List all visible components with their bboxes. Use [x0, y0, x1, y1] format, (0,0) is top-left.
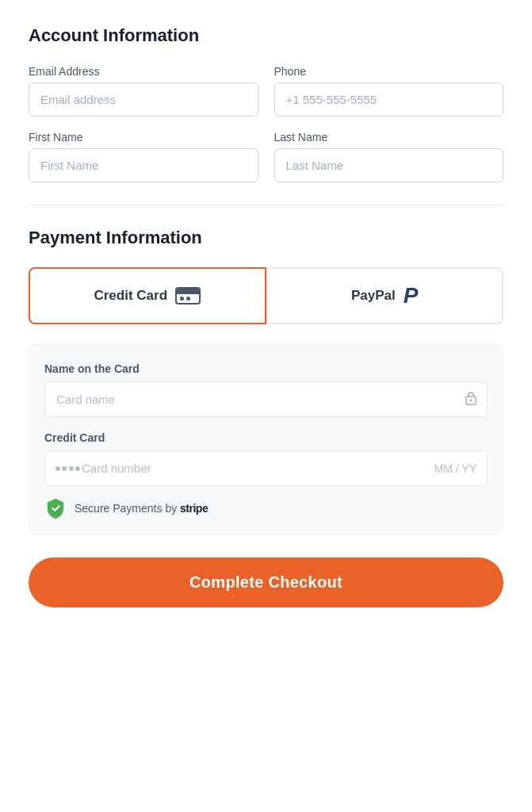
card-number-input-wrapper: MM / YY [44, 450, 488, 486]
phone-group: Phone [274, 65, 504, 117]
last-name-label: Last Name [274, 131, 504, 144]
secure-badge: Secure Payments by stripe [44, 497, 488, 519]
card-name-label: Name on the Card [44, 362, 488, 375]
account-section: Account Information Email Address Phone … [29, 25, 503, 182]
credit-card-tab-label: Credit Card [94, 288, 167, 304]
stripe-brand: stripe [180, 502, 208, 515]
payment-section: Payment Information Credit Card PayPal P [29, 228, 503, 535]
account-section-title: Account Information [29, 25, 503, 46]
card-name-group: Name on the Card [44, 362, 488, 417]
first-name-label: First Name [29, 131, 258, 144]
paypal-icon: P [404, 283, 419, 308]
payment-section-title: Payment Information [29, 228, 503, 248]
last-name-input[interactable] [274, 148, 504, 182]
secure-text: Secure Payments by stripe [75, 502, 208, 515]
section-divider [29, 205, 503, 205]
card-name-input-wrapper [44, 381, 488, 417]
card-form: Name on the Card Credit Card [29, 343, 503, 535]
cc-number-label: Credit Card [44, 431, 488, 444]
card-name-input[interactable] [44, 381, 488, 417]
phone-input[interactable] [274, 82, 504, 117]
card-number-input[interactable] [44, 450, 488, 486]
payment-tabs: Credit Card PayPal P [29, 267, 503, 324]
lock-icon [465, 391, 477, 408]
email-group: Email Address [29, 65, 258, 117]
credit-card-tab[interactable]: Credit Card [29, 267, 266, 324]
email-label: Email Address [29, 65, 258, 78]
card-placeholder-icon [55, 466, 80, 471]
credit-card-icon [175, 287, 201, 304]
last-name-group: Last Name [274, 131, 504, 182]
first-name-group: First Name [29, 131, 258, 182]
name-row: First Name Last Name [29, 131, 503, 182]
svg-point-1 [470, 399, 473, 401]
phone-label: Phone [274, 65, 504, 78]
shield-icon [44, 497, 67, 519]
mmyy-label: MM / YY [434, 462, 477, 475]
paypal-tab[interactable]: PayPal P [266, 267, 504, 324]
paypal-tab-label: PayPal [351, 288, 396, 304]
first-name-input[interactable] [29, 148, 258, 182]
email-phone-row: Email Address Phone [29, 65, 503, 117]
complete-checkout-button[interactable]: Complete Checkout [29, 557, 503, 607]
email-input[interactable] [29, 82, 258, 117]
card-number-group: Credit Card MM / YY [44, 431, 488, 486]
